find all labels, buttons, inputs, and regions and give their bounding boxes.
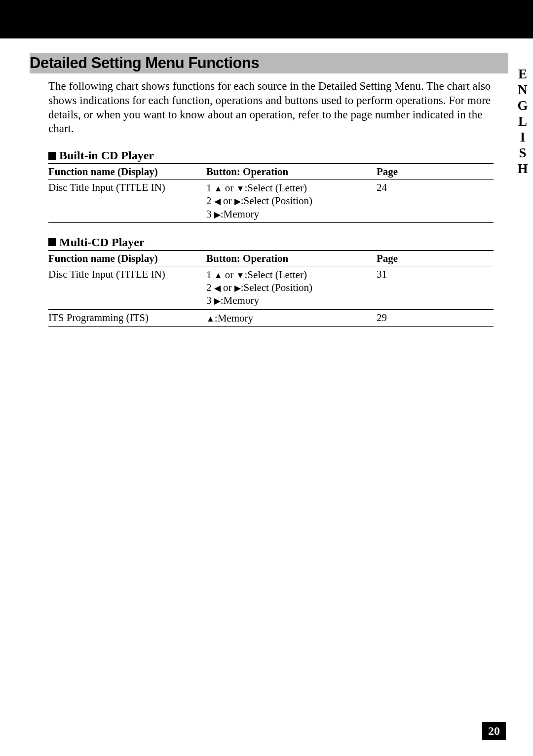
operation-line: 1 ▲ or ▼:Select (Letter)	[206, 181, 377, 194]
up-arrow-icon: ▲	[214, 271, 223, 280]
intro-paragraph: The following chart shows functions for …	[30, 79, 508, 136]
column-header-operation: Button: Operation	[206, 251, 377, 266]
page-cell: 24	[377, 180, 494, 223]
page-content: Detailed Setting Menu Functions The foll…	[30, 53, 508, 327]
function-name-cell: Disc Title Input (TITLE IN)	[48, 180, 206, 223]
right-arrow-icon: ▶	[234, 284, 241, 292]
table-row: Disc Title Input (TITLE IN)1 ▲ or ▼:Sele…	[48, 180, 494, 223]
section-title: Multi-CD Player	[59, 236, 145, 249]
left-arrow-icon: ◀	[214, 284, 221, 292]
operation-line: 3 ▶:Memory	[206, 208, 377, 220]
down-arrow-icon: ▼	[236, 184, 245, 193]
up-arrow-icon: ▲	[206, 315, 215, 323]
column-header-page: Page	[377, 164, 494, 180]
operation-line: 3 ▶:Memory	[206, 294, 377, 307]
operation-line: 2 ◀ or ▶:Select (Position)	[206, 281, 377, 294]
page-cell: 31	[377, 266, 494, 309]
column-header-operation: Button: Operation	[206, 164, 377, 180]
function-table: Function name (Display)Button: Operation…	[48, 251, 494, 327]
column-header-page: Page	[377, 251, 494, 266]
function-name-cell: Disc Title Input (TITLE IN)	[48, 266, 206, 309]
operation-line: 1 ▲ or ▼:Select (Letter)	[206, 268, 377, 281]
square-bullet-icon	[48, 152, 56, 160]
left-arrow-icon: ◀	[214, 197, 221, 206]
page-cell: 29	[377, 309, 494, 326]
square-bullet-icon	[48, 238, 56, 246]
page-title: Detailed Setting Menu Functions	[30, 53, 508, 73]
operation-cell: 1 ▲ or ▼:Select (Letter)2 ◀ or ▶:Select …	[206, 266, 377, 309]
right-arrow-icon: ▶	[234, 197, 241, 206]
table-row: ITS Programming (ITS)▲:Memory29	[48, 309, 494, 326]
black-header-bar	[0, 0, 533, 38]
column-header-function: Function name (Display)	[48, 251, 206, 266]
function-section: Multi-CD PlayerFunction name (Display)Bu…	[30, 236, 508, 327]
operation-line: 2 ◀ or ▶:Select (Position)	[206, 194, 377, 207]
up-arrow-icon: ▲	[214, 184, 223, 193]
column-header-function: Function name (Display)	[48, 164, 206, 180]
right-arrow-icon: ▶	[214, 211, 221, 219]
operation-cell: 1 ▲ or ▼:Select (Letter)2 ◀ or ▶:Select …	[206, 180, 377, 223]
function-table: Function name (Display)Button: Operation…	[48, 164, 494, 223]
operation-cell: ▲:Memory	[206, 309, 377, 326]
table-row: Disc Title Input (TITLE IN)1 ▲ or ▼:Sele…	[48, 266, 494, 309]
operation-line: ▲:Memory	[206, 312, 377, 324]
function-name-cell: ITS Programming (ITS)	[48, 309, 206, 326]
function-section: Built-in CD PlayerFunction name (Display…	[30, 149, 508, 223]
right-arrow-icon: ▶	[214, 297, 221, 305]
section-heading: Multi-CD Player	[48, 236, 494, 251]
down-arrow-icon: ▼	[236, 271, 245, 280]
page-number: 20	[482, 722, 506, 740]
language-side-label: ENGLISH	[515, 67, 530, 177]
section-heading: Built-in CD Player	[48, 149, 494, 164]
section-title: Built-in CD Player	[59, 149, 154, 162]
